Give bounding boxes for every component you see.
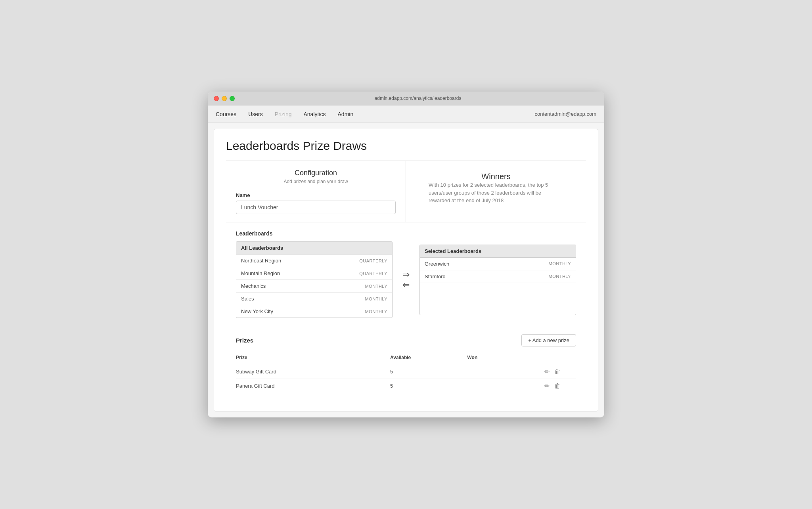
lb-row-mountain[interactable]: Mountain Region QUARTERLY <box>236 267 392 280</box>
prize-row-subway: Subway Gift Card 5 ✏ 🗑 <box>236 365 576 379</box>
prize-available: 5 <box>390 369 467 375</box>
prize-row-panera: Panera Gift Card 5 ✏ 🗑 <box>236 379 576 393</box>
winners-description: With 10 prizes for 2 selected leaderboar… <box>429 181 563 205</box>
config-winners-section: Configuration Add prizes and plan your d… <box>226 161 586 222</box>
nav-analytics[interactable]: Analytics <box>304 106 326 122</box>
lb-name: Greenwich <box>425 261 449 267</box>
lb-row-stamford[interactable]: Stamford MONTHLY <box>420 270 576 283</box>
lb-freq: MONTHLY <box>365 309 387 314</box>
prize-actions-panera: ✏ 🗑 <box>544 382 576 390</box>
delete-prize-button[interactable]: 🗑 <box>554 368 561 375</box>
lb-name: Stamford <box>425 274 446 279</box>
add-prize-button[interactable]: + Add a new prize <box>521 334 576 346</box>
lb-freq: MONTHLY <box>549 261 571 266</box>
lb-name: New York City <box>241 308 273 314</box>
prizes-section-title: Prizes <box>236 337 253 344</box>
delete-prize-button-panera[interactable]: 🗑 <box>554 383 561 390</box>
arrows-back-icon: ⇐ <box>402 280 410 290</box>
lb-freq: QUARTERLY <box>359 258 387 263</box>
prizes-header: Prizes + Add a new prize <box>236 334 576 346</box>
lb-row-northeast[interactable]: Northeast Region QUARTERLY <box>236 254 392 267</box>
winners-title: Winners <box>429 172 563 181</box>
transfer-button[interactable]: ⇒ ⇐ <box>400 270 412 290</box>
selected-leaderboards-header: Selected Leaderboards <box>420 245 576 258</box>
prizes-table: Prize Available Won Subway Gift Card 5 ✏… <box>236 352 576 393</box>
close-button[interactable] <box>214 96 219 101</box>
nav-users[interactable]: Users <box>248 106 263 122</box>
edit-prize-button[interactable]: ✏ <box>544 368 550 375</box>
config-column: Configuration Add prizes and plan your d… <box>226 161 406 222</box>
selected-lb-empty-area <box>420 283 576 315</box>
lb-row-nyc[interactable]: New York City MONTHLY <box>236 305 392 318</box>
lb-freq: MONTHLY <box>549 274 571 279</box>
edit-prize-button-panera[interactable]: ✏ <box>544 382 550 390</box>
nav-admin[interactable]: Admin <box>338 106 354 122</box>
col-available: Available <box>390 355 467 360</box>
lb-name: Mechanics <box>241 283 266 289</box>
nav-prizing[interactable]: Prizing <box>275 106 292 122</box>
titlebar: admin.edapp.com/analytics/leaderboards <box>208 92 604 105</box>
leaderboards-layout: All Leaderboards Northeast Region QUARTE… <box>236 241 576 318</box>
col-won: Won <box>467 355 545 360</box>
prize-name: Subway Gift Card <box>236 369 390 375</box>
prizes-section: Prizes + Add a new prize Prize Available… <box>226 326 586 401</box>
prizes-table-header: Prize Available Won <box>236 352 576 363</box>
lb-name: Sales <box>241 296 254 302</box>
selected-leaderboards-table: Selected Leaderboards Greenwich MONTHLY … <box>419 245 576 315</box>
lb-name: Mountain Region <box>241 270 280 276</box>
lb-row-sales[interactable]: Sales MONTHLY <box>236 293 392 305</box>
lb-name: Northeast Region <box>241 258 281 264</box>
all-leaderboards-table: All Leaderboards Northeast Region QUARTE… <box>236 241 393 318</box>
prize-name: Panera Gift Card <box>236 383 390 389</box>
app-window: admin.edapp.com/analytics/leaderboards C… <box>208 92 604 417</box>
nav-items: Courses Users Prizing Analytics Admin <box>216 106 534 122</box>
lb-freq: MONTHLY <box>365 284 387 289</box>
col-prize: Prize <box>236 355 390 360</box>
prize-available: 5 <box>390 383 467 389</box>
leaderboards-section-title: Leaderboards <box>236 230 576 237</box>
config-title: Configuration <box>236 169 396 177</box>
page-title: Leaderboards Prize Draws <box>226 139 586 153</box>
maximize-button[interactable] <box>230 96 235 101</box>
lb-freq: QUARTERLY <box>359 271 387 276</box>
url-bar[interactable]: admin.edapp.com/analytics/leaderboards <box>237 96 598 101</box>
user-email: contentadmin@edapp.com <box>534 111 596 117</box>
config-subtitle: Add prizes and plan your draw <box>236 179 396 184</box>
minimize-button[interactable] <box>222 96 227 101</box>
main-content: Leaderboards Prize Draws Configuration A… <box>214 129 598 411</box>
col-actions <box>544 355 576 360</box>
name-label: Name <box>236 192 396 198</box>
name-input[interactable] <box>236 201 396 214</box>
leaderboards-section: Leaderboards All Leaderboards Northeast … <box>226 222 586 326</box>
prize-actions: ✏ 🗑 <box>544 368 576 375</box>
lb-row-mechanics[interactable]: Mechanics MONTHLY <box>236 280 392 293</box>
lb-row-greenwich[interactable]: Greenwich MONTHLY <box>420 258 576 270</box>
all-leaderboards-header: All Leaderboards <box>236 242 392 254</box>
lb-freq: MONTHLY <box>365 297 387 301</box>
winners-column: Winners With 10 prizes for 2 selected le… <box>406 161 586 222</box>
nav-courses[interactable]: Courses <box>216 106 236 122</box>
arrows-icon: ⇒ <box>402 270 410 280</box>
navbar: Courses Users Prizing Analytics Admin co… <box>208 105 604 123</box>
